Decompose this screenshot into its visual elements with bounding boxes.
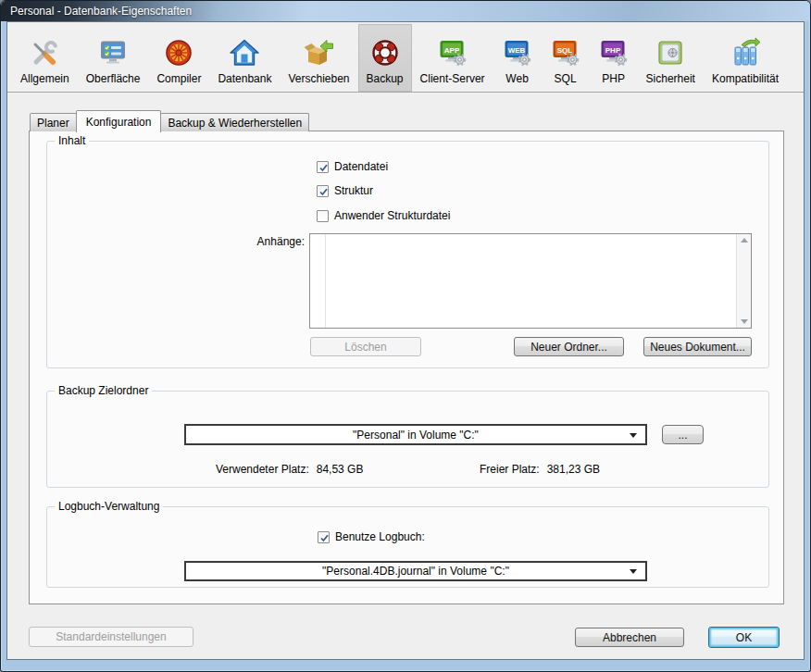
toolbar-item-backup[interactable]: Backup: [358, 24, 412, 92]
used-space-label: Verwendeter Platz:: [216, 463, 309, 476]
tab-strip: Planer Konfiguration Backup & Wiederhers…: [30, 109, 308, 131]
checkmark-icon: [318, 162, 330, 174]
backup-target-groupbox: Backup Zielordner "Personal" in Volume "…: [46, 391, 769, 488]
toolbar-item-label: Web: [505, 72, 528, 85]
toolbar-item-sql[interactable]: SQL SQL: [542, 24, 590, 92]
new-folder-button[interactable]: Neuer Ordner...: [514, 337, 624, 356]
checkbox-label: Benutze Logbuch:: [335, 530, 425, 543]
toolbar-item-label: Allgemein: [20, 72, 69, 85]
toolbar-item-datenbank[interactable]: Datenbank: [209, 24, 280, 92]
toolbar-item-kompatibilitaet[interactable]: Kompatibilität: [704, 24, 787, 92]
new-document-button[interactable]: Neues Dokument...: [643, 337, 752, 356]
logbook-groupbox: Logbuch-Verwaltung Benutze Logbuch: "Per…: [46, 506, 769, 588]
properties-toolbar: Allgemein Oberfläche: [7, 24, 804, 93]
toolbar-item-sicherheit[interactable]: Sicherheit: [638, 24, 704, 92]
attachments-scrollbar[interactable]: [736, 234, 751, 328]
toolbar-item-label: Oberfläche: [86, 72, 141, 85]
toolbar-item-verschieben[interactable]: Verschieben: [280, 24, 357, 92]
php-monitor-icon: PHP: [598, 37, 630, 68]
attachments-label: Anhänge:: [212, 235, 305, 248]
checkbox-label: Struktur: [334, 184, 373, 197]
toolbar-item-label: Compiler: [156, 72, 201, 85]
backup-folder-value: "Personal" in Volume "C:": [353, 429, 479, 442]
app-monitor-icon: APP: [437, 37, 468, 68]
toolbar-item-label: Client-Server: [420, 72, 485, 85]
konfiguration-tab-panel: Inhalt Datendatei Struktur: [29, 131, 784, 604]
checkmark-icon: [318, 186, 330, 198]
checkbox-box: [317, 185, 329, 197]
binders-icon: [730, 37, 761, 68]
groupbox-legend: Backup Zielordner: [55, 384, 152, 397]
journal-file-select[interactable]: "Personal.4DB.journal" in Volume "C:": [184, 561, 647, 581]
checkbox-box: [318, 531, 330, 543]
cancel-button[interactable]: Abbrechen: [575, 628, 684, 647]
checkbox-label: Anwender Strukturdatei: [334, 209, 450, 222]
dialog-body: Allgemein Oberfläche: [6, 21, 805, 660]
sql-monitor-icon: SQL: [550, 37, 581, 68]
tab-label: Konfiguration: [86, 116, 152, 129]
chevron-down-icon: [630, 569, 637, 574]
web-monitor-icon: WEB: [502, 37, 533, 68]
scroll-up-icon[interactable]: [741, 238, 748, 243]
attachments-list[interactable]: [309, 233, 752, 329]
safe-icon: [655, 37, 686, 68]
toolbar-item-label: SQL: [555, 72, 577, 85]
tools-icon: [29, 37, 60, 68]
checkbox-anwender-strukturdatei[interactable]: Anwender Strukturdatei: [317, 209, 450, 222]
move-box-icon: [303, 37, 334, 68]
browse-button[interactable]: ...: [662, 425, 704, 444]
tab-backup-wiederherstellen[interactable]: Backup & Wiederherstellen: [160, 113, 309, 131]
toolbar-item-allgemein[interactable]: Allgemein: [12, 24, 78, 92]
window-title: Personal - Datenbank-Eigenschaften: [1, 5, 192, 18]
toolbar-item-label: Datenbank: [218, 72, 271, 85]
checkbox-box: [317, 161, 329, 173]
checkbox-struktur[interactable]: Struktur: [317, 184, 373, 197]
used-space-value: 84,53 GB: [317, 463, 364, 476]
lifebuoy-icon: [369, 37, 401, 68]
database-house-icon: [229, 37, 260, 68]
free-space-label: Freier Platz:: [480, 463, 540, 476]
toolbar-item-label: Backup: [367, 72, 404, 85]
chevron-down-icon: [630, 433, 637, 438]
content-groupbox: Inhalt Datendatei Struktur: [46, 141, 769, 368]
tab-planer[interactable]: Planer: [30, 113, 77, 131]
journal-file-value: "Personal.4DB.journal" in Volume "C:": [322, 565, 509, 578]
tab-konfiguration[interactable]: Konfiguration: [76, 110, 162, 132]
svg-text:SQL: SQL: [556, 46, 572, 55]
backup-folder-select[interactable]: "Personal" in Volume "C:": [184, 424, 647, 445]
interface-monitor-icon: [97, 37, 129, 68]
titlebar[interactable]: Personal - Datenbank-Eigenschaften: [1, 1, 810, 21]
list-column-divider: [325, 234, 326, 328]
checkbox-datendatei[interactable]: Datendatei: [317, 160, 388, 173]
toolbar-item-label: Verschieben: [288, 72, 349, 85]
svg-text:APP: APP: [443, 46, 459, 55]
toolbar-item-label: Sicherheit: [646, 72, 695, 85]
free-space-stat: Freier Platz: 381,23 GB: [480, 463, 600, 476]
delete-button: Löschen: [310, 337, 421, 356]
svg-text:WEB: WEB: [507, 46, 525, 55]
free-space-value: 381,23 GB: [547, 463, 600, 476]
toolbar-item-web[interactable]: WEB Web: [493, 24, 542, 92]
toolbar-item-label: Kompatibilität: [712, 72, 779, 85]
groupbox-legend: Inhalt: [55, 134, 89, 147]
checkbox-benutze-logbuch[interactable]: Benutze Logbuch:: [318, 530, 425, 543]
checkmark-icon: [318, 532, 331, 544]
tab-label: Planer: [37, 117, 69, 130]
database-properties-dialog: Personal - Datenbank-Eigenschaften Allge…: [0, 0, 811, 672]
toolbar-item-compiler[interactable]: Compiler: [148, 24, 209, 92]
scroll-down-icon[interactable]: [741, 319, 748, 324]
compiler-wheel-icon: [163, 37, 194, 68]
groupbox-legend: Logbuch-Verwaltung: [55, 500, 163, 513]
toolbar-item-client-server[interactable]: APP Client-Server: [412, 24, 493, 92]
toolbar-item-oberflaeche[interactable]: Oberfläche: [78, 24, 149, 92]
tab-label: Backup & Wiederherstellen: [168, 117, 302, 130]
used-space-stat: Verwendeter Platz: 84,53 GB: [216, 463, 363, 476]
checkbox-box: [317, 210, 329, 222]
checkbox-label: Datendatei: [334, 160, 388, 173]
toolbar-item-php[interactable]: PHP PHP: [590, 24, 638, 92]
ok-button[interactable]: OK: [708, 627, 780, 648]
defaults-button: Standardeinstellungen: [29, 627, 193, 647]
svg-text:PHP: PHP: [605, 46, 620, 55]
toolbar-item-label: PHP: [602, 72, 625, 85]
